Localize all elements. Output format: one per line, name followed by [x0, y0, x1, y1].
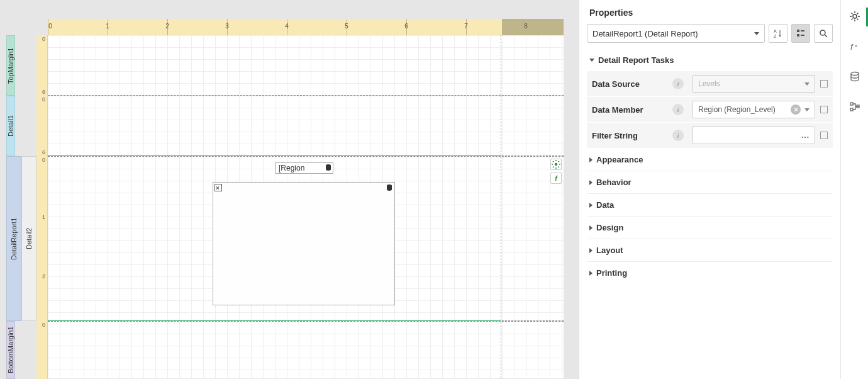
- band-label-bottommargin[interactable]: BottomMargin1: [6, 321, 15, 379]
- band-expression-button[interactable]: f: [550, 173, 562, 184]
- svg-text:Z: Z: [774, 34, 777, 38]
- group-header-appearance[interactable]: Appearance: [587, 149, 833, 171]
- svg-text:f: f: [850, 42, 854, 52]
- group-header-layout[interactable]: Layout: [587, 239, 833, 261]
- toolstrip-expressions-button[interactable]: fx: [847, 39, 862, 54]
- right-toolstrip: fx: [840, 0, 868, 379]
- group-title: Design: [596, 223, 623, 232]
- band-smarttag-button[interactable]: [550, 159, 562, 170]
- chevron-down-icon: [804, 108, 810, 111]
- ellipsis-icon[interactable]: ...: [801, 131, 810, 140]
- chevron-right-icon: [589, 225, 593, 230]
- properties-panel-title: Properties: [587, 5, 833, 24]
- toolstrip-reportexplorer-button[interactable]: [847, 99, 862, 115]
- picturebox-size-icon: [214, 184, 222, 191]
- band-detail1[interactable]: [48, 96, 564, 156]
- group-title: Printing: [596, 268, 627, 278]
- svg-point-13: [851, 72, 859, 76]
- group-title: Detail Report Tasks: [598, 55, 674, 65]
- property-marker[interactable]: [820, 80, 828, 88]
- property-marker[interactable]: [820, 106, 828, 113]
- hruler-tick-6: 6: [404, 23, 408, 30]
- prop-row-filter-string: Filter String i ...: [587, 123, 833, 149]
- chevron-right-icon: [589, 180, 593, 185]
- report-canvas[interactable]: f [Region: [48, 35, 564, 378]
- properties-panel: Properties DetailReport1 (Detail Report)…: [579, 0, 840, 379]
- sort-alphabetical-button[interactable]: AZ: [769, 24, 787, 43]
- vertical-ruler-column: 0 6 0 6 0 1 2 0: [36, 35, 48, 379]
- band-label-detailreport1[interactable]: DetailReport1: [6, 156, 21, 321]
- vruler-detail1: 0 6: [36, 96, 48, 156]
- hruler-tick-8: 8: [524, 23, 528, 30]
- hruler-tick-4: 4: [285, 23, 289, 30]
- band-label-text: Detail1: [7, 115, 14, 137]
- svg-text:x: x: [855, 43, 857, 48]
- group-header-behavior[interactable]: Behavior: [587, 171, 833, 193]
- toolstrip-fieldlist-button[interactable]: [847, 69, 862, 84]
- svg-rect-6: [797, 34, 799, 37]
- group-title: Behavior: [596, 178, 632, 187]
- data-member-combo[interactable]: Region (Region_Level) ✕: [693, 101, 815, 118]
- chevron-down-icon: [589, 59, 594, 62]
- svg-rect-7: [801, 30, 804, 31]
- svg-text:A: A: [774, 29, 777, 33]
- info-icon[interactable]: i: [672, 104, 684, 115]
- prop-label: Filter String: [592, 131, 667, 140]
- toolstrip-properties-button[interactable]: [847, 9, 862, 24]
- band-label-topmargin[interactable]: TopMargin1: [6, 35, 15, 96]
- hruler-tick-3: 3: [225, 23, 229, 30]
- prop-row-data-member: Data Member i Region (Region_Level) ✕: [587, 97, 833, 123]
- chevron-right-icon: [589, 203, 593, 208]
- band-label-text: DetailReport1: [10, 217, 18, 259]
- band-label-text: Detail2: [25, 228, 33, 249]
- group-header-design[interactable]: Design: [587, 217, 833, 239]
- clear-icon[interactable]: ✕: [791, 105, 801, 115]
- sort-categorized-button[interactable]: [791, 24, 810, 43]
- svg-rect-8: [801, 35, 804, 36]
- object-selector-value: DetailReport1 (Detail Report): [593, 29, 698, 38]
- hruler-tick-1: 1: [106, 23, 109, 30]
- info-icon[interactable]: i: [672, 130, 684, 141]
- svg-point-0: [555, 163, 557, 166]
- band-detail2[interactable]: f [Region: [48, 156, 564, 320]
- vruler-topmargin: 0 6: [36, 35, 48, 96]
- svg-point-10: [853, 14, 857, 18]
- vruler-bottommargin: 0: [36, 321, 48, 379]
- data-source-combo[interactable]: Levels: [693, 75, 815, 93]
- prop-row-data-source: Data Source i Levels: [587, 71, 833, 97]
- group-header-data[interactable]: Data: [587, 194, 833, 216]
- combo-value: Region (Region_Level): [698, 105, 776, 114]
- info-icon[interactable]: i: [672, 78, 684, 89]
- object-selector-combo[interactable]: DetailReport1 (Detail Report): [587, 24, 765, 43]
- hruler-tick-7: 7: [464, 23, 468, 30]
- prop-label: Data Member: [592, 105, 667, 115]
- band-label-text: TopMargin1: [7, 47, 14, 83]
- placed-label-text: [Region: [279, 164, 304, 173]
- chevron-right-icon: [589, 248, 593, 253]
- vruler-detail2: 0 1 2: [36, 156, 48, 321]
- report-designer-surface[interactable]: 0 1 2 3 4 5 6 7 8 TopMargin1 Detail1: [0, 0, 579, 379]
- placed-label-region[interactable]: [Region: [275, 162, 333, 174]
- filter-string-editor[interactable]: ...: [693, 127, 815, 144]
- databind-icon: [386, 184, 393, 191]
- group-header-printing[interactable]: Printing: [587, 262, 833, 284]
- band-label-text: BottomMargin1: [7, 327, 14, 374]
- group-title: Appearance: [596, 155, 643, 164]
- chevron-right-icon: [589, 157, 593, 162]
- search-properties-button[interactable]: [814, 24, 833, 43]
- band-bottommargin[interactable]: [48, 321, 564, 378]
- svg-rect-14: [850, 103, 853, 105]
- band-label-detail1[interactable]: Detail1: [6, 96, 15, 156]
- band-label-detail2[interactable]: Detail2: [21, 156, 36, 321]
- svg-point-9: [820, 30, 825, 35]
- hruler-tick-5: 5: [345, 23, 348, 30]
- band-topmargin[interactable]: [48, 35, 564, 95]
- placed-picturebox[interactable]: [213, 182, 395, 305]
- chevron-down-icon: [804, 82, 810, 86]
- hruler-tick-2: 2: [165, 23, 169, 30]
- property-marker[interactable]: [820, 132, 828, 139]
- group-header-tasks[interactable]: Detail Report Tasks: [587, 49, 833, 71]
- svg-rect-15: [850, 108, 853, 111]
- group-title: Layout: [596, 246, 623, 255]
- combo-value: Levels: [698, 79, 720, 88]
